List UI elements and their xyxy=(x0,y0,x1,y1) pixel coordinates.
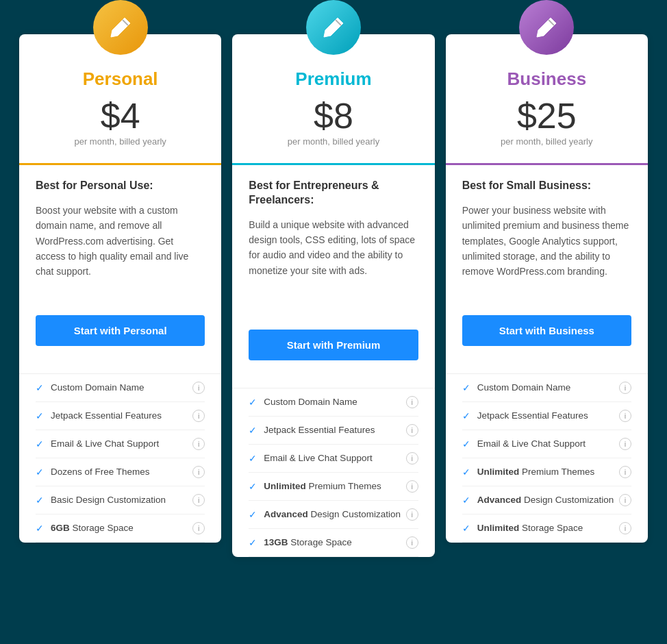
feature-info-icon[interactable]: i xyxy=(192,410,205,422)
plan-card-business: Business$25per month, billed yearlyBest … xyxy=(446,34,648,543)
check-icon: ✓ xyxy=(462,495,470,506)
feature-label: Advanced Design Customization xyxy=(264,509,401,519)
check-icon: ✓ xyxy=(249,481,257,492)
feature-item: ✓Jetpack Essential Featuresi xyxy=(36,402,205,430)
plan-tagline-premium: Best for Entrepreneurs & Freelancers: xyxy=(249,179,418,208)
feature-info-icon[interactable]: i xyxy=(406,396,418,408)
feature-info-icon[interactable]: i xyxy=(619,466,631,478)
plan-features-personal: ✓Custom Domain Namei✓Jetpack Essential F… xyxy=(19,373,221,543)
plan-name-business: Business xyxy=(460,69,634,90)
feature-label: 13GB Storage Space xyxy=(264,537,401,547)
check-icon: ✓ xyxy=(36,382,44,393)
feature-label: Unlimited Storage Space xyxy=(477,523,615,533)
feature-info-icon[interactable]: i xyxy=(406,452,418,465)
feature-info-icon[interactable]: i xyxy=(406,508,418,521)
feature-item: ✓Email & Live Chat Supporti xyxy=(36,430,205,458)
feature-info-icon[interactable]: i xyxy=(619,410,631,422)
plan-features-business: ✓Custom Domain Namei✓Jetpack Essential F… xyxy=(446,373,648,543)
plan-body-business: Best for Small Business:Power your busin… xyxy=(446,165,648,373)
feature-label: Unlimited Premium Themes xyxy=(264,481,401,491)
plan-price-personal: $4 xyxy=(33,98,207,134)
feature-label: Unlimited Premium Themes xyxy=(477,467,615,477)
plan-body-premium: Best for Entrepreneurs & Freelancers:Bui… xyxy=(232,165,434,388)
feature-label: Custom Domain Name xyxy=(51,382,188,393)
plan-tagline-business: Best for Small Business: xyxy=(462,179,631,193)
plan-description-personal: Boost your website with a custom domain … xyxy=(36,203,205,299)
plan-features-premium: ✓Custom Domain Namei✓Jetpack Essential F… xyxy=(232,388,434,557)
feature-item: ✓Unlimited Premium Themesi xyxy=(462,458,631,486)
feature-item: ✓Advanced Design Customizationi xyxy=(249,501,418,529)
plan-billing-business: per month, billed yearly xyxy=(460,136,634,147)
feature-item: ✓13GB Storage Spacei xyxy=(249,529,418,557)
feature-label: Email & Live Chat Support xyxy=(264,453,401,463)
feature-item: ✓Jetpack Essential Featuresi xyxy=(249,417,418,445)
feature-info-icon[interactable]: i xyxy=(406,536,418,549)
feature-item: ✓Advanced Design Customizationi xyxy=(462,486,631,515)
plan-card-personal: Personal$4per month, billed yearlyBest f… xyxy=(19,34,221,543)
plan-cta-personal[interactable]: Start with Personal xyxy=(36,315,205,346)
personal-pencil-icon xyxy=(93,0,148,55)
feature-label: Email & Live Chat Support xyxy=(51,438,188,449)
feature-info-icon[interactable]: i xyxy=(192,466,205,478)
feature-info-icon[interactable]: i xyxy=(619,382,631,394)
check-icon: ✓ xyxy=(36,523,44,534)
plan-cta-premium[interactable]: Start with Premium xyxy=(249,330,418,360)
check-icon: ✓ xyxy=(249,509,257,520)
feature-item: ✓Dozens of Free Themesi xyxy=(36,458,205,486)
feature-label: Dozens of Free Themes xyxy=(51,467,188,477)
feature-info-icon[interactable]: i xyxy=(619,438,631,450)
feature-label: 6GB Storage Space xyxy=(51,523,188,533)
feature-label: Advanced Design Customization xyxy=(477,495,615,505)
check-icon: ✓ xyxy=(36,410,44,421)
check-icon: ✓ xyxy=(249,537,257,548)
feature-label: Jetpack Essential Features xyxy=(51,410,188,421)
check-icon: ✓ xyxy=(36,467,44,478)
plan-name-personal: Personal xyxy=(33,69,207,90)
plan-icon-wrapper-personal xyxy=(93,0,148,55)
feature-label: Email & Live Chat Support xyxy=(477,438,615,449)
feature-item: ✓Custom Domain Namei xyxy=(249,388,418,417)
plans-container: Personal$4per month, billed yearlyBest f… xyxy=(0,0,667,557)
check-icon: ✓ xyxy=(249,453,257,464)
check-icon: ✓ xyxy=(249,425,257,436)
plan-body-personal: Best for Personal Use:Boost your website… xyxy=(19,165,221,373)
feature-item: ✓Custom Domain Namei xyxy=(36,374,205,402)
feature-item: ✓Unlimited Storage Spacei xyxy=(462,515,631,543)
plan-description-business: Power your business website with unlimit… xyxy=(462,203,631,299)
feature-label: Jetpack Essential Features xyxy=(264,425,401,435)
feature-info-icon[interactable]: i xyxy=(619,494,631,506)
feature-label: Basic Design Customization xyxy=(51,495,188,505)
feature-info-icon[interactable]: i xyxy=(406,424,418,436)
check-icon: ✓ xyxy=(462,438,470,449)
feature-item: ✓Basic Design Customizationi xyxy=(36,486,205,515)
feature-info-icon[interactable]: i xyxy=(406,480,418,493)
plan-name-premium: Premium xyxy=(246,69,420,90)
feature-info-icon[interactable]: i xyxy=(192,494,205,506)
feature-label: Jetpack Essential Features xyxy=(477,410,615,421)
feature-item: ✓Custom Domain Namei xyxy=(462,374,631,402)
plan-icon-wrapper-business xyxy=(519,0,574,55)
feature-info-icon[interactable]: i xyxy=(192,382,205,394)
feature-label: Custom Domain Name xyxy=(477,382,615,393)
check-icon: ✓ xyxy=(36,495,44,506)
plan-cta-business[interactable]: Start with Business xyxy=(462,315,631,346)
feature-item: ✓Unlimited Premium Themesi xyxy=(249,473,418,501)
feature-info-icon[interactable]: i xyxy=(619,522,631,534)
feature-info-icon[interactable]: i xyxy=(192,438,205,450)
plan-price-business: $25 xyxy=(460,98,634,134)
plan-price-premium: $8 xyxy=(246,98,420,134)
check-icon: ✓ xyxy=(462,467,470,478)
feature-info-icon[interactable]: i xyxy=(192,522,205,534)
plan-description-premium: Build a unique website with advanced des… xyxy=(249,217,418,313)
plan-card-premium: Premium$8per month, billed yearlyBest fo… xyxy=(232,34,434,557)
plan-billing-personal: per month, billed yearly xyxy=(33,136,207,147)
business-pencil-icon xyxy=(519,0,574,55)
plan-icon-wrapper-premium xyxy=(306,0,361,55)
check-icon: ✓ xyxy=(462,410,470,421)
check-icon: ✓ xyxy=(249,397,257,408)
feature-item: ✓Jetpack Essential Featuresi xyxy=(462,402,631,430)
feature-item: ✓Email & Live Chat Supporti xyxy=(249,445,418,473)
check-icon: ✓ xyxy=(462,523,470,534)
check-icon: ✓ xyxy=(462,382,470,393)
check-icon: ✓ xyxy=(36,438,44,449)
